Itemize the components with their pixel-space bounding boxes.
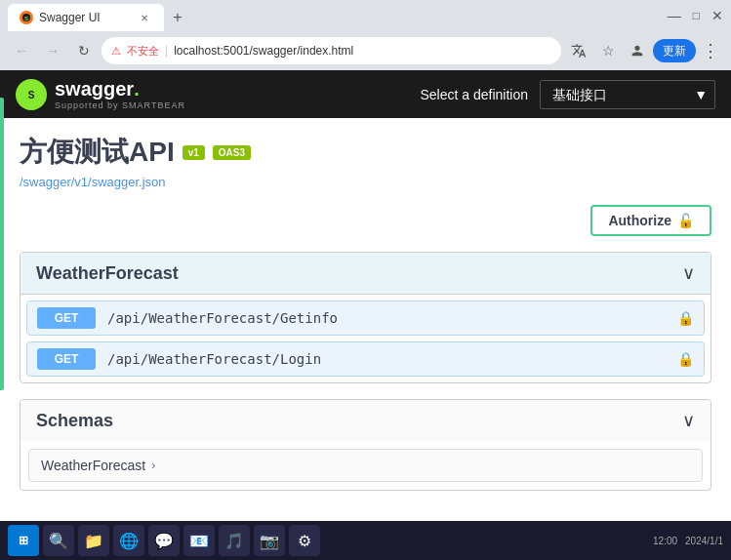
- schemas-chevron: ∨: [682, 410, 695, 431]
- refresh-button[interactable]: ↻: [70, 37, 98, 64]
- badge-oas3: OAS3: [213, 145, 251, 160]
- taskbar-media[interactable]: 🎵: [219, 525, 250, 556]
- swagger-name: swagger: [55, 78, 134, 100]
- window-controls: — □ ✕: [660, 8, 723, 23]
- not-secure-label: 不安全: [127, 44, 159, 59]
- taskbar-settings[interactable]: ⚙: [289, 525, 320, 556]
- authorize-lock-icon: 🔓: [677, 213, 694, 228]
- title-bar: S Swagger UI ✕ + — □ ✕: [0, 0, 731, 31]
- taskbar: ⊞ 🔍 📁 🌐 💬 📧 🎵 📷 ⚙ 12:00 2024/1/1: [0, 521, 731, 560]
- taskbar-date: 2024/1/1: [685, 536, 723, 546]
- svg-text:S: S: [28, 90, 35, 100]
- schema-name: WeatherForecast: [41, 458, 145, 473]
- api-title-row: 方便测试API v1 OAS3: [20, 134, 711, 171]
- taskbar-mail[interactable]: 📧: [183, 525, 215, 556]
- minimize-btn[interactable]: —: [668, 8, 681, 23]
- authorize-button[interactable]: Authorize 🔓: [590, 205, 711, 236]
- tab-close-button[interactable]: ✕: [137, 10, 152, 25]
- swagger-json-link[interactable]: /swagger/v1/swagger.json: [20, 175, 711, 189]
- select-definition-area: Select a definition 基础接口 ▼: [420, 80, 715, 109]
- tab-area: S Swagger UI ✕ +: [8, 0, 191, 31]
- forward-button[interactable]: →: [39, 37, 66, 64]
- close-btn[interactable]: ✕: [711, 8, 723, 23]
- schema-item-weatherforecast[interactable]: WeatherForecast ›: [28, 449, 703, 482]
- schemas-section: Schemas ∨ WeatherForecast ›: [20, 399, 711, 491]
- svg-text:S: S: [24, 16, 28, 21]
- definition-select[interactable]: 基础接口: [540, 80, 715, 109]
- taskbar-search[interactable]: 🔍: [43, 525, 74, 556]
- new-tab-button[interactable]: +: [164, 4, 191, 31]
- endpoint-lock-icon-1: 🔒: [677, 310, 694, 326]
- profile-icon[interactable]: [624, 37, 651, 64]
- weather-forecast-title: WeatherForecast: [36, 263, 179, 284]
- authorize-area: Authorize 🔓: [0, 197, 731, 252]
- url-text: localhost:5001/swagger/index.html: [174, 44, 353, 58]
- active-tab[interactable]: S Swagger UI ✕: [8, 4, 164, 31]
- taskbar-chat[interactable]: 💬: [148, 525, 180, 556]
- maximize-btn[interactable]: □: [693, 9, 700, 22]
- swagger-brand-text: swagger . Supported by SMARTBEAR: [55, 78, 185, 110]
- back-button[interactable]: ←: [8, 37, 35, 64]
- toolbar-icons: ☆ 更新 ⋮: [565, 36, 723, 65]
- update-button[interactable]: 更新: [653, 39, 696, 62]
- browser-chrome: S Swagger UI ✕ + — □ ✕ ← → ↻ ⚠ 不安全 | loc…: [0, 0, 731, 70]
- security-warning-icon: ⚠: [111, 45, 121, 58]
- translate-icon[interactable]: [565, 37, 592, 64]
- weather-forecast-header[interactable]: WeatherForecast ∨: [20, 253, 711, 295]
- definition-select-wrapper: 基础接口 ▼: [540, 80, 715, 109]
- taskbar-time: 12:00: [653, 536, 677, 546]
- badge-v1: v1: [183, 145, 205, 160]
- swagger-logo-icon: S: [16, 79, 47, 110]
- taskbar-start-button[interactable]: ⊞: [8, 525, 39, 556]
- endpoint-path-getinfo: /api/WeatherForecast/Getinfo: [107, 310, 677, 326]
- tab-favicon: S: [20, 11, 33, 24]
- menu-button[interactable]: ⋮: [698, 36, 723, 65]
- swagger-dot: .: [134, 78, 140, 100]
- tab-title: Swagger UI: [39, 11, 101, 24]
- endpoint-path-login: /api/WeatherForecast/Login: [107, 351, 677, 367]
- endpoint-getinfo[interactable]: GET /api/WeatherForecast/Getinfo 🔒: [26, 300, 705, 336]
- page-content: S swagger . Supported by SMARTBEAR Selec…: [0, 70, 731, 521]
- api-info: 方便测试API v1 OAS3 /swagger/v1/swagger.json: [0, 118, 731, 197]
- address-bar[interactable]: ⚠ 不安全 | localhost:5001/swagger/index.htm…: [102, 37, 561, 64]
- select-definition-label: Select a definition: [420, 87, 528, 102]
- weather-forecast-chevron: ∨: [682, 262, 695, 284]
- schemas-header[interactable]: Schemas ∨: [20, 400, 711, 441]
- method-badge-get1: GET: [37, 307, 96, 329]
- schema-expand-icon: ›: [151, 459, 155, 472]
- bookmark-icon[interactable]: ☆: [594, 37, 622, 64]
- endpoint-login[interactable]: GET /api/WeatherForecast/Login 🔒: [26, 341, 705, 377]
- taskbar-tray: 12:00 2024/1/1: [653, 536, 723, 546]
- endpoint-lock-icon-2: 🔒: [677, 351, 694, 367]
- swagger-logo: S swagger . Supported by SMARTBEAR: [16, 78, 185, 110]
- authorize-label: Authorize: [608, 213, 671, 228]
- url-separator: |: [165, 44, 168, 58]
- method-badge-get2: GET: [37, 348, 96, 370]
- swagger-header: S swagger . Supported by SMARTBEAR Selec…: [0, 70, 731, 118]
- api-title: 方便测试API: [20, 134, 175, 171]
- swagger-sub: Supported by SMARTBEAR: [55, 100, 185, 110]
- schemas-title: Schemas: [36, 411, 113, 431]
- taskbar-file-explorer[interactable]: 📁: [78, 525, 109, 556]
- taskbar-camera[interactable]: 📷: [254, 525, 285, 556]
- address-bar-row: ← → ↻ ⚠ 不安全 | localhost:5001/swagger/ind…: [0, 31, 731, 70]
- left-edge-indicator: [0, 98, 4, 390]
- taskbar-browser[interactable]: 🌐: [113, 525, 144, 556]
- weather-forecast-section: WeatherForecast ∨ GET /api/WeatherForeca…: [20, 252, 711, 383]
